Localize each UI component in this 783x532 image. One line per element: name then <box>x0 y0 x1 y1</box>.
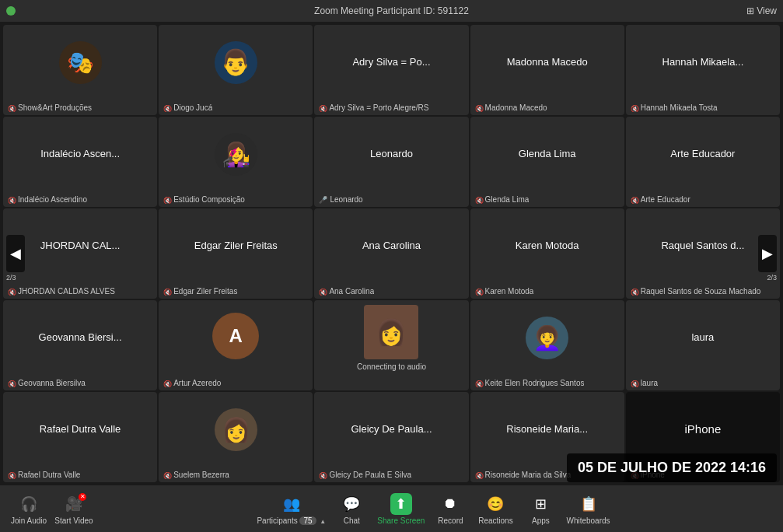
participant-name-large: Risoneide Maria... <box>503 423 591 436</box>
tile-leonardo[interactable]: Leonardo 🎤 Leonardo <box>314 117 468 207</box>
muted-icon <box>631 104 638 112</box>
participants-icon: 👥 <box>281 493 302 515</box>
tile-raquel[interactable]: ▶ Raquel Santos d... Raquel Santos de So… <box>626 208 780 299</box>
toolbar-left: 🎧 Join Audio 🎥 ✕ Start Video <box>9 493 93 525</box>
share-screen-button[interactable]: ⬆ Share Screen <box>377 493 425 525</box>
participant-name-small: Geovanna Biersilva <box>8 379 86 387</box>
participants-button[interactable]: 👥 Participants 75 ▲ <box>257 493 326 525</box>
tile-arte[interactable]: Arte Educador Arte Educador <box>626 117 780 207</box>
muted-icon <box>631 380 638 387</box>
muted-icon <box>475 288 483 296</box>
participant-name-large: JHORDAN CAL... <box>37 240 124 253</box>
tile-ana[interactable]: Ana Carolina Ana Carolina <box>314 208 468 299</box>
tile-karen[interactable]: Karen Motoda Karen Motoda <box>470 208 624 299</box>
participant-name-small: Estúdio Composição <box>163 195 245 204</box>
muted-icon <box>319 288 327 296</box>
participant-name-small: JHORDAN CALDAS ALVES <box>8 287 115 296</box>
participant-name-small: Artur Azeredo <box>163 379 221 387</box>
muted-icon <box>475 380 483 387</box>
start-video-button[interactable]: 🎥 ✕ Start Video <box>54 493 93 525</box>
muted-icon <box>8 288 16 296</box>
muted-icon <box>8 471 16 479</box>
share-screen-icon: ⬆ <box>390 493 412 515</box>
participant-name-small: Rafael Dutra Valle <box>8 471 80 479</box>
tile-madonna[interactable]: Madonna Macedo Madonna Macedo <box>470 25 624 115</box>
tile-glenda[interactable]: Glenda Lima Glenda Lima <box>470 117 624 207</box>
participant-name-small: Risoneide Maria da Silva <box>475 471 572 479</box>
participant-name-large: Ana Carolina <box>359 240 424 253</box>
headphone-icon: 🎧 <box>18 493 40 515</box>
tile-estudio[interactable]: 👩‍🎤 Estúdio Composição <box>159 117 313 207</box>
window-title: Zoom Meeting Participant ID: 591122 <box>314 5 469 16</box>
muted-icon <box>163 288 171 296</box>
apps-button[interactable]: ⊞ Apps <box>521 493 560 525</box>
reactions-button[interactable]: 😊 Reactions <box>476 493 515 525</box>
participant-name-small: Adry Silva = Porto Alegre/RS <box>319 103 428 112</box>
toolbar-center: 👥 Participants 75 ▲ 💬 Chat ⬆ Share Scree… <box>257 493 610 525</box>
tile-jhordan[interactable]: ◀ JHORDAN CAL... JHORDAN CALDAS ALVES 2/… <box>3 208 157 299</box>
muted-icon <box>8 196 16 204</box>
participant-name-small: Arte Educador <box>631 195 690 204</box>
participant-name-small: Madonna Macedo <box>475 103 547 112</box>
next-page-button[interactable]: ▶ <box>758 235 777 272</box>
participant-name-small: Glenda Lima <box>475 195 530 204</box>
participant-name-small: Edgar Ziler Freitas <box>163 287 237 296</box>
tile-artur[interactable]: A Artur Azeredo <box>159 300 313 390</box>
muted-icon <box>163 104 171 112</box>
muted-icon <box>163 380 171 387</box>
whiteboards-button[interactable]: 📋 Whiteboards <box>566 493 610 525</box>
timestamp-badge: 05 DE JULHO DE 2022 14:16 <box>567 453 777 482</box>
tile-show-art[interactable]: 🎭 Show&Art Produções <box>3 25 157 115</box>
muted-icon <box>163 196 171 204</box>
muted-icon <box>8 104 16 112</box>
participant-name-small: Karen Motoda <box>475 287 534 296</box>
status-indicator <box>6 6 16 16</box>
chat-button[interactable]: 💬 Chat <box>332 493 371 525</box>
video-icon: 🎥 ✕ <box>63 493 85 515</box>
join-audio-button[interactable]: 🎧 Join Audio <box>9 493 48 525</box>
titlebar: Zoom Meeting Participant ID: 591122 ⊞ Vi… <box>0 0 783 22</box>
tile-edgar[interactable]: Edgar Ziler Freitas Edgar Ziler Freitas <box>159 208 313 299</box>
whiteboard-icon: 📋 <box>578 493 599 515</box>
tile-hannah[interactable]: Hannah Mikaela... Hannah Mikaela Tosta <box>626 25 780 115</box>
participant-name-large: iPhone <box>682 422 725 437</box>
toolbar: 🎧 Join Audio 🎥 ✕ Start Video 👥 Participa… <box>0 485 783 532</box>
muted-icon <box>163 471 171 479</box>
tile-laura[interactable]: laura laura <box>626 300 780 390</box>
participant-name-large: Edgar Ziler Freitas <box>191 240 281 253</box>
tile-geovanna[interactable]: Geovanna Biersi... Geovanna Biersilva <box>3 300 157 390</box>
participant-name-large: Arte Educador <box>667 148 738 161</box>
prev-page-button[interactable]: ◀ <box>6 235 25 272</box>
muted-icon <box>475 196 483 204</box>
participant-name-large: Geovanna Biersi... <box>36 331 125 345</box>
participant-name-large: Raquel Santos d... <box>658 240 747 253</box>
view-button[interactable]: ⊞ View <box>746 5 777 16</box>
muted-icon <box>475 471 483 479</box>
participant-name-small: Indalécio Ascendino <box>8 195 87 204</box>
page-indicator-left: 2/3 <box>6 274 16 282</box>
participant-name-large: Glenda Lima <box>516 148 579 161</box>
tile-adry[interactable]: Adry Silva = Po... Adry Silva = Porto Al… <box>314 25 468 115</box>
tile-rafael[interactable]: Rafael Dutra Valle Rafael Dutra Valle <box>3 392 157 482</box>
muted-icon <box>475 104 483 112</box>
participants-grid: 🎭 Show&Art Produções 👨 Diogo Jucá Adry S… <box>0 22 783 485</box>
participant-name-large: Rafael Dutra Valle <box>37 423 124 436</box>
tile-diogo[interactable]: 👨 Diogo Jucá <box>159 25 313 115</box>
tile-connecting[interactable]: 👩 Connecting to audio <box>314 300 468 390</box>
reactions-icon: 😊 <box>484 493 506 515</box>
participant-name-small: 🎤 Leonardo <box>319 195 362 204</box>
participant-name-large: Hannah Mikaela... <box>659 56 747 69</box>
muted-icon <box>319 471 327 479</box>
participant-count-badge: 75 <box>299 516 316 525</box>
record-button[interactable]: ⏺ Record <box>431 493 470 525</box>
participant-name-large: Karen Motoda <box>512 240 582 253</box>
tile-gleicy[interactable]: Gleicy De Paula... Gleicy De Paula E Sil… <box>314 392 468 482</box>
participant-name-small: Hannah Mikaela Tosta <box>631 103 718 112</box>
avatar: A <box>212 313 259 359</box>
tile-indalecio[interactable]: Indalécio Ascen... Indalécio Ascendino <box>3 117 157 207</box>
muted-icon <box>8 380 16 387</box>
apps-icon: ⊞ <box>530 493 551 515</box>
tile-suelem[interactable]: 👩 Suelem Bezerra <box>159 392 313 482</box>
tile-keite[interactable]: 👩‍🦱 Keite Elen Rodrigues Santos <box>470 300 624 390</box>
participant-name-small: Show&Art Produções <box>8 103 92 112</box>
